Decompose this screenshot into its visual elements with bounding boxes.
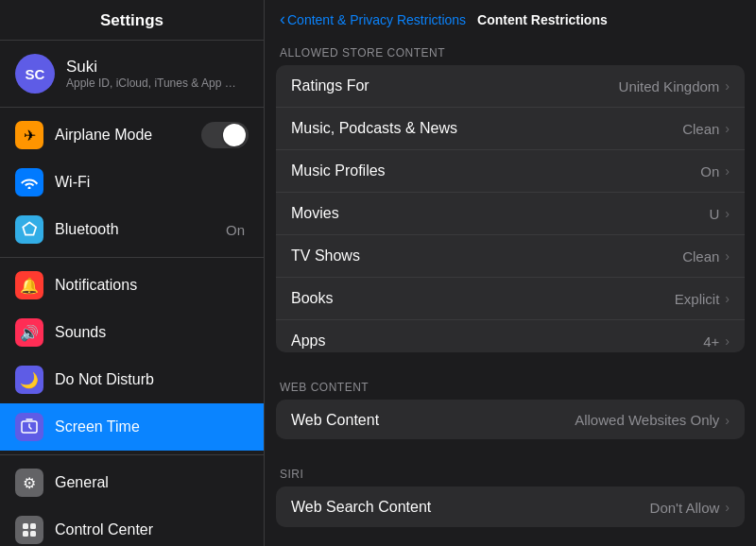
svg-rect-3 xyxy=(23,531,28,537)
sidebar-title: Settings xyxy=(0,0,264,41)
books-value: Explicit xyxy=(675,291,720,307)
avatar: SC xyxy=(15,54,55,94)
sidebar-group-connectivity: ✈ Airplane Mode Wi-Fi ⬠ Bluetooth On xyxy=(0,108,264,258)
ratings-for-label: Ratings For xyxy=(291,77,619,94)
tv-shows-label: TV Shows xyxy=(291,247,682,264)
sidebar-item-label: Airplane Mode xyxy=(55,127,201,144)
web-search-label: Web Search Content xyxy=(291,499,650,516)
music-podcasts-news-row[interactable]: Music, Podcasts & News Clean › xyxy=(276,108,745,150)
sidebar-item-wifi[interactable]: Wi-Fi xyxy=(0,159,264,206)
main-panel: ‹ Content & Privacy Restrictions Content… xyxy=(265,0,756,546)
sidebar-item-label: Control Center xyxy=(55,521,249,538)
sidebar-item-label: Notifications xyxy=(55,277,249,294)
sidebar-group-alerts: 🔔 Notifications 🔊 Sounds 🌙 Do Not Distur… xyxy=(0,258,264,455)
ratings-for-row[interactable]: Ratings For United Kingdom › xyxy=(276,65,745,108)
user-name: Suki xyxy=(66,58,236,77)
user-profile-row[interactable]: SC Suki Apple ID, iCloud, iTunes & App S… xyxy=(0,41,264,108)
sidebar-item-label: General xyxy=(55,474,249,491)
music-profiles-value: On xyxy=(700,163,719,179)
chevron-icon: › xyxy=(725,78,730,94)
tv-shows-row[interactable]: TV Shows Clean › xyxy=(276,235,745,278)
chevron-icon: › xyxy=(725,413,730,428)
movies-label: Movies xyxy=(291,205,709,222)
user-info: Suki Apple ID, iCloud, iTunes & App St..… xyxy=(66,58,236,90)
chevron-icon: › xyxy=(725,121,730,136)
section-label-siri: SIRI xyxy=(265,458,756,486)
sidebar-item-label: Wi-Fi xyxy=(55,174,249,191)
section-label-allowed-store: ALLOWED STORE CONTENT xyxy=(265,37,756,65)
sidebar-item-label: Bluetooth xyxy=(55,221,226,238)
sidebar-item-do-not-disturb[interactable]: 🌙 Do Not Disturb xyxy=(0,356,264,403)
music-profiles-label: Music Profiles xyxy=(291,162,700,179)
web-content-group: Web Content Allowed Websites Only › xyxy=(276,400,745,440)
svg-rect-2 xyxy=(30,523,36,529)
siri-group: Web Search Content Don't Allow › xyxy=(276,486,745,527)
user-subtitle: Apple ID, iCloud, iTunes & App St... xyxy=(66,77,236,90)
chevron-icon: › xyxy=(725,500,730,515)
web-content-row[interactable]: Web Content Allowed Websites Only › xyxy=(276,400,745,440)
books-label: Books xyxy=(291,290,675,307)
sidebar-item-screen-time[interactable]: Screen Time xyxy=(0,403,264,451)
chevron-icon: › xyxy=(725,163,730,179)
airplane-mode-toggle[interactable] xyxy=(201,122,249,148)
tv-shows-value: Clean xyxy=(682,248,719,264)
wifi-icon xyxy=(15,168,43,196)
sidebar-item-control-center[interactable]: Control Center xyxy=(0,506,264,546)
svg-rect-4 xyxy=(30,531,36,537)
apps-label: Apps xyxy=(291,333,703,350)
do-not-disturb-icon: 🌙 xyxy=(15,366,43,394)
section-label-web-content: WEB CONTENT xyxy=(265,371,756,400)
books-row[interactable]: Books Explicit › xyxy=(276,278,745,320)
sidebar-item-label: Do Not Disturb xyxy=(55,371,249,388)
web-search-content-row[interactable]: Web Search Content Don't Allow › xyxy=(276,486,745,527)
sidebar-group-system: ⚙ General Control Center ☀ Display & Bri… xyxy=(0,455,264,546)
screen-time-icon xyxy=(15,413,43,441)
ratings-for-value: United Kingdom xyxy=(619,78,720,94)
svg-rect-1 xyxy=(23,523,28,529)
bluetooth-value: On xyxy=(226,222,245,238)
movies-row[interactable]: Movies U › xyxy=(276,193,745,235)
apps-row[interactable]: Apps 4+ › xyxy=(276,320,745,352)
sounds-icon: 🔊 xyxy=(15,318,43,347)
notifications-icon: 🔔 xyxy=(15,271,43,299)
web-content-value: Allowed Websites Only xyxy=(575,412,719,428)
sidebar-item-airplane-mode[interactable]: ✈ Airplane Mode xyxy=(0,111,264,159)
general-icon: ⚙ xyxy=(15,469,43,497)
nav-back-button[interactable]: ‹ Content & Privacy Restrictions xyxy=(280,9,466,29)
back-arrow-icon: ‹ xyxy=(280,9,285,29)
toggle-knob xyxy=(223,124,246,146)
control-center-icon xyxy=(15,516,43,544)
chevron-icon: › xyxy=(725,333,730,349)
chevron-icon: › xyxy=(725,248,730,264)
chevron-icon: › xyxy=(725,291,730,306)
allowed-store-content-group: Ratings For United Kingdom › Music, Podc… xyxy=(276,65,745,352)
airplane-mode-icon: ✈ xyxy=(15,121,43,149)
sidebar: Settings SC Suki Apple ID, iCloud, iTune… xyxy=(0,0,265,546)
sidebar-item-general[interactable]: ⚙ General xyxy=(0,459,264,506)
web-search-value: Don't Allow xyxy=(650,500,720,516)
music-podcasts-value: Clean xyxy=(682,121,719,137)
sidebar-item-notifications[interactable]: 🔔 Notifications xyxy=(0,262,264,309)
chevron-icon: › xyxy=(725,206,730,221)
music-podcasts-label: Music, Podcasts & News xyxy=(291,120,682,137)
web-content-label: Web Content xyxy=(291,412,575,429)
sidebar-item-bluetooth[interactable]: ⬠ Bluetooth On xyxy=(0,206,264,253)
movies-value: U xyxy=(709,206,719,222)
nav-current-label: Content Restrictions xyxy=(477,12,608,27)
nav-bar: ‹ Content & Privacy Restrictions Content… xyxy=(265,0,756,37)
sidebar-item-sounds[interactable]: 🔊 Sounds xyxy=(0,309,264,356)
apps-value: 4+ xyxy=(703,333,719,350)
music-profiles-row[interactable]: Music Profiles On › xyxy=(276,150,745,193)
nav-back-label: Content & Privacy Restrictions xyxy=(287,12,466,27)
bluetooth-icon: ⬠ xyxy=(15,215,43,244)
sidebar-item-label: Screen Time xyxy=(55,418,249,435)
sidebar-item-label: Sounds xyxy=(55,324,249,341)
